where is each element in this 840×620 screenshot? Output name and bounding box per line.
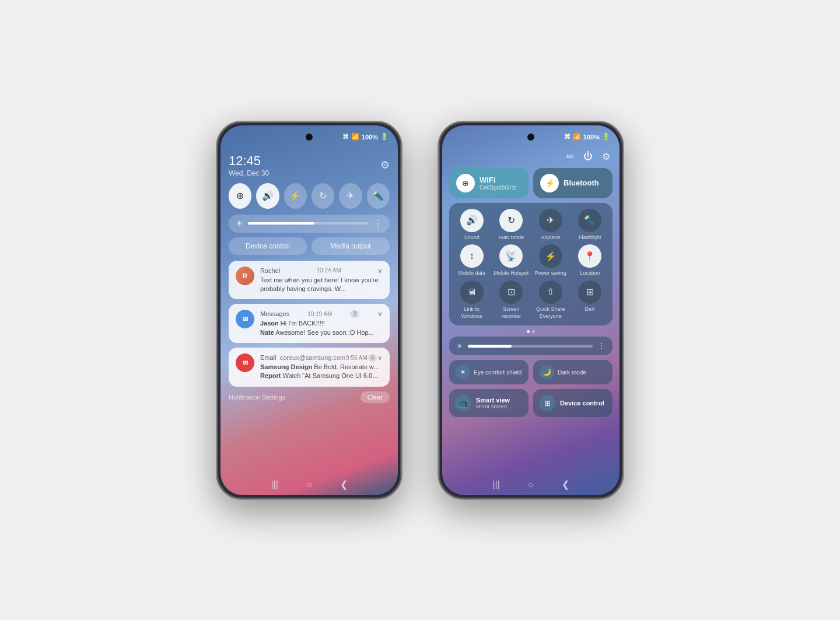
smart-view-name: Smart view xyxy=(476,397,510,404)
home-button[interactable]: ○ xyxy=(306,479,312,490)
smart-view-text: Smart view Mirror screen xyxy=(476,397,510,409)
airplane-toggle-icon: ✈ xyxy=(346,190,354,201)
qs-comfort-row: ☀ Eye comfort shield 🌙 Dark mode xyxy=(449,360,612,384)
rachel-expand-icon[interactable]: ∨ xyxy=(377,267,383,275)
dark-mode-label: Dark mode xyxy=(558,369,586,376)
qs-grid: 🔊 Sound ↻ Auto rotate ✈ Airplane 🔦 Flash… xyxy=(449,203,612,326)
qs-brightness-row: ☀ ⋮ xyxy=(449,337,612,355)
bluetooth-toggle-icon: ⚡ xyxy=(289,190,301,201)
wifi-tile[interactable]: ⊕ WiFi CellSpot5GHz xyxy=(449,168,528,198)
qs-more-icon[interactable]: ⋮ xyxy=(597,341,606,351)
volume-up-button-2[interactable] xyxy=(623,192,624,215)
dark-mode-tile[interactable]: 🌙 Dark mode xyxy=(533,360,612,384)
linkwindows-tile[interactable]: 🖥 Link to Windows xyxy=(454,281,490,320)
sound-toggle[interactable]: 🔊 xyxy=(256,183,279,209)
brightness-slider[interactable] xyxy=(248,222,369,225)
qs-brightness-fill xyxy=(468,345,512,348)
airplane-tile[interactable]: ✈ Airplane xyxy=(533,209,569,241)
recent-button[interactable]: ||| xyxy=(271,479,278,490)
dot-1 xyxy=(527,330,530,333)
dark-mode-icon: 🌙 xyxy=(539,365,554,380)
battery-label: 100% xyxy=(362,134,378,141)
volume-down-button-2[interactable] xyxy=(623,221,624,244)
email-expand-icon[interactable]: ∨ xyxy=(377,353,383,362)
settings-icon[interactable]: ⚙ xyxy=(602,151,610,162)
signal-icon-2: 📶 xyxy=(573,133,581,141)
smart-view-tile[interactable]: 📺 Smart view Mirror screen xyxy=(449,389,528,417)
location-tile[interactable]: 📍 Location xyxy=(572,244,608,277)
volume-down-button[interactable] xyxy=(401,221,402,244)
notification-rachel[interactable]: R Rachel 10:24 AM ∨ Text me when you get… xyxy=(229,261,390,300)
mobiledata-tile[interactable]: ↕ Mobile data xyxy=(454,244,490,277)
quickshare-tile[interactable]: ⇧ Quick Share Everyone xyxy=(533,281,569,320)
brightness-row: ☀ ⋮ xyxy=(229,215,390,233)
email-text2: Report Watch "At Samsung One UI 6.0... xyxy=(260,372,383,380)
bluetooth-tile-text: Bluetooth xyxy=(564,178,599,187)
eye-comfort-icon: ☀ xyxy=(455,365,470,380)
email-time: 9:56 AM xyxy=(346,355,368,361)
wifi-tile-sub: CellSpot5GHz xyxy=(480,184,516,191)
notification-messages[interactable]: ✉ Messages 10:19 AM 3 ∨ Jason Hi I'm BAC… xyxy=(229,304,390,343)
messages-text: Jason Hi I'm BACK!!!!! xyxy=(260,319,383,328)
sound-tile-icon: 🔊 xyxy=(460,209,484,232)
mobilehotspot-tile[interactable]: 📡 Mobile Hotspot xyxy=(494,244,530,277)
flashlight-tile[interactable]: 🔦 Flashlight xyxy=(572,209,608,241)
mobilehotspot-tile-label: Mobile Hotspot xyxy=(494,270,528,277)
flashlight-toggle-icon: 🔦 xyxy=(372,190,384,201)
notif-time-block: 12:45 Wed, Dec 30 xyxy=(229,153,269,177)
dex-tile[interactable]: ⊞ DeX xyxy=(572,281,608,320)
autorotate-tile[interactable]: ↻ Auto rotate xyxy=(494,209,530,241)
nav-bar-1: ||| ○ ❮ xyxy=(220,474,398,495)
device-control-tile[interactable]: ⊞ Device control xyxy=(533,389,612,417)
email-avatar: ✉ xyxy=(236,353,254,372)
sound-tile[interactable]: 🔊 Sound xyxy=(454,209,490,241)
screenrecorder-tile[interactable]: ⊡ Screen recorder xyxy=(494,281,530,320)
qs-bottom-row: 📺 Smart view Mirror screen ⊞ Device cont… xyxy=(449,389,612,417)
rachel-content: Rachel 10:24 AM ∨ Text me when you get h… xyxy=(260,267,383,294)
airplane-tile-label: Airplane xyxy=(541,234,560,241)
device-control-button[interactable]: Device control xyxy=(229,237,307,255)
messages-expand-icon[interactable]: ∨ xyxy=(377,310,383,318)
recent-button-2[interactable]: ||| xyxy=(492,479,499,490)
autorotate-toggle[interactable]: ↻ xyxy=(312,183,334,209)
rachel-time: 10:24 AM xyxy=(316,267,341,274)
notification-email[interactable]: ✉ Email coreux@samsung.com 9:56 AM 4 ∨ S… xyxy=(229,348,390,387)
clear-button[interactable]: Clear xyxy=(360,391,390,403)
email-app-name: Email coreux@samsung.com xyxy=(260,354,345,361)
messages-time: 10:19 AM xyxy=(307,311,332,317)
pencil-icon[interactable]: ✏ xyxy=(566,151,574,162)
eye-comfort-tile[interactable]: ☀ Eye comfort shield xyxy=(449,360,528,384)
volume-up-button[interactable] xyxy=(401,192,402,215)
settings-button[interactable]: ⚙ xyxy=(380,159,390,171)
back-button-2[interactable]: ❮ xyxy=(562,479,569,490)
power-button[interactable] xyxy=(216,204,217,236)
wifi-toggle[interactable]: ⊕ xyxy=(229,183,251,209)
powersaving-tile-icon: ⚡ xyxy=(539,244,562,268)
airplane-toggle[interactable]: ✈ xyxy=(339,183,362,209)
power-button-2[interactable] xyxy=(438,204,439,236)
eye-comfort-label: Eye comfort shield xyxy=(474,369,522,376)
phone-1: ⌘ 📶 100% 🔋 12:45 Wed, Dec 30 ⚙ xyxy=(216,121,402,500)
messages-count: 3 xyxy=(350,310,359,318)
bluetooth-tile-name: Bluetooth xyxy=(564,178,599,187)
powersaving-tile[interactable]: ⚡ Power saving xyxy=(533,244,569,277)
screenrecorder-tile-label: Screen recorder xyxy=(494,306,530,320)
bluetooth-toggle[interactable]: ⚡ xyxy=(284,183,307,209)
flashlight-toggle[interactable]: 🔦 xyxy=(367,183,390,209)
more-icon[interactable]: ⋮ xyxy=(373,218,383,229)
wifi-tile-icon: ⊕ xyxy=(456,174,475,192)
camera-dot xyxy=(306,134,313,141)
notif-settings-text[interactable]: Notification Settings xyxy=(229,394,285,401)
airplane-tile-icon: ✈ xyxy=(539,209,562,232)
bluetooth-tile[interactable]: ⚡ Bluetooth xyxy=(533,168,612,198)
qs-brightness-slider[interactable] xyxy=(468,345,593,348)
quickshare-tile-label: Quick Share Everyone xyxy=(533,306,569,320)
power-icon[interactable]: ⏻ xyxy=(583,151,593,162)
current-time: 12:45 xyxy=(229,153,269,169)
battery-icon-2: 🔋 xyxy=(602,133,610,141)
media-output-button[interactable]: Media output xyxy=(312,237,390,255)
phone-2: ⌘ 📶 100% 🔋 ✏ ⏻ ⚙ ⊕ xyxy=(438,121,624,500)
home-button-2[interactable]: ○ xyxy=(528,479,534,490)
nav-bar-2: ||| ○ ❮ xyxy=(442,474,620,495)
back-button[interactable]: ❮ xyxy=(340,479,348,490)
